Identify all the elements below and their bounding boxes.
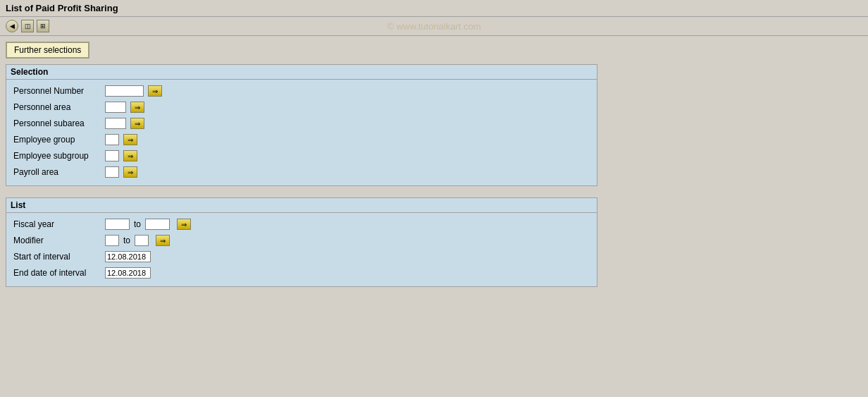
employee-group-label: Employee group: [13, 135, 105, 145]
employee-subgroup-input[interactable]: [105, 150, 119, 161]
modifier-row: Modifier to ⇒: [13, 233, 590, 248]
employee-group-input[interactable]: [105, 134, 119, 145]
start-interval-input[interactable]: [105, 251, 151, 262]
payroll-area-input[interactable]: [105, 166, 119, 178]
modifier-from-input[interactable]: [105, 235, 119, 246]
selection-section: Selection Personnel Number ⇒ Personnel a…: [6, 64, 597, 186]
fiscal-year-to-label: to: [134, 219, 141, 229]
fiscal-year-row: Fiscal year to ⇒: [13, 217, 590, 231]
employee-subgroup-label: Employee subgroup: [13, 151, 105, 161]
modifier-to-label: to: [123, 236, 130, 245]
personnel-subarea-input[interactable]: [105, 118, 126, 129]
list-section: List Fiscal year to ⇒ Modifier to ⇒ Star…: [6, 197, 597, 287]
further-selections-button[interactable]: Further selections: [6, 42, 89, 59]
toolbar: ◀ ◫ ⊞ © www.tutorialkart.com: [0, 17, 868, 36]
selection-header: Selection: [6, 65, 597, 80]
modifier-label: Modifier: [13, 236, 105, 245]
content-area: Further selections Selection Personnel N…: [0, 36, 868, 298]
personnel-number-arrow-btn[interactable]: ⇒: [148, 85, 162, 97]
fiscal-year-arrow-btn[interactable]: ⇒: [177, 219, 191, 230]
modifier-to-input[interactable]: [135, 235, 149, 246]
start-interval-row: Start of interval: [13, 250, 590, 264]
personnel-subarea-row: Personnel subarea ⇒: [13, 116, 590, 130]
personnel-area-label: Personnel area: [13, 102, 105, 112]
fiscal-year-to-input[interactable]: [145, 219, 170, 230]
personnel-area-row: Personnel area ⇒: [13, 100, 590, 114]
employee-subgroup-row: Employee subgroup ⇒: [13, 149, 590, 163]
list-header: List: [6, 198, 597, 213]
fiscal-year-label: Fiscal year: [13, 219, 105, 229]
personnel-number-row: Personnel Number ⇒: [13, 84, 590, 98]
payroll-area-row: Payroll area ⇒: [13, 165, 590, 179]
start-interval-label: Start of interval: [13, 252, 105, 262]
layout-icon[interactable]: ⊞: [37, 20, 49, 32]
end-interval-row: End date of interval: [13, 266, 590, 280]
title-bar: List of Paid Profit Sharing: [0, 0, 868, 17]
watermark: © www.tutorialkart.com: [387, 21, 480, 32]
end-interval-label: End date of interval: [13, 268, 105, 278]
fiscal-year-from-input[interactable]: [105, 219, 130, 230]
employee-subgroup-arrow-btn[interactable]: ⇒: [123, 150, 137, 161]
payroll-area-arrow-btn[interactable]: ⇒: [123, 166, 137, 178]
personnel-subarea-label: Personnel subarea: [13, 118, 105, 128]
personnel-area-arrow-btn[interactable]: ⇒: [130, 102, 144, 113]
spacer: [6, 192, 862, 197]
save-icon[interactable]: ◫: [21, 20, 34, 32]
personnel-subarea-arrow-btn[interactable]: ⇒: [130, 118, 144, 129]
personnel-number-input[interactable]: [105, 85, 144, 97]
modifier-arrow-btn[interactable]: ⇒: [156, 235, 170, 246]
back-icon[interactable]: ◀: [6, 20, 18, 32]
personnel-number-label: Personnel Number: [13, 86, 105, 96]
payroll-area-label: Payroll area: [13, 167, 105, 177]
page-title: List of Paid Profit Sharing: [6, 3, 118, 13]
end-interval-input[interactable]: [105, 267, 151, 279]
selection-content: Personnel Number ⇒ Personnel area ⇒ Pers…: [6, 80, 597, 185]
personnel-area-input[interactable]: [105, 102, 126, 113]
list-content: Fiscal year to ⇒ Modifier to ⇒ Start of …: [6, 213, 597, 286]
employee-group-row: Employee group ⇒: [13, 133, 590, 147]
employee-group-arrow-btn[interactable]: ⇒: [123, 134, 137, 145]
